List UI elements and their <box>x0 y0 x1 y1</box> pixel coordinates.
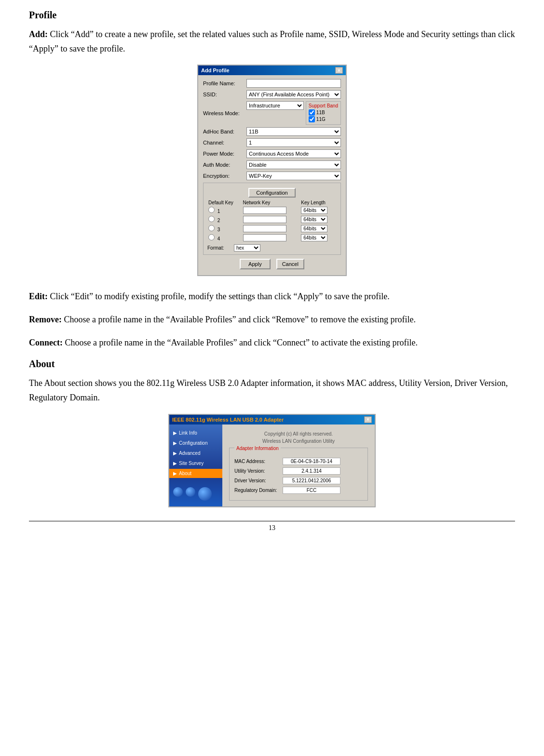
profile-heading: Profile <box>29 10 515 21</box>
channel-row: Channel: 1 <box>203 138 341 147</box>
power-mode-row: Power Mode: Continuous Access Mode <box>203 149 341 158</box>
advanced-icon: ▶ <box>173 451 177 456</box>
network-key-1[interactable] <box>243 207 286 214</box>
add-profile-titlebar: Add Profile × <box>198 66 346 75</box>
auth-mode-row: Auth Mode: Disable <box>203 160 341 169</box>
regulatory-domain-value: FCC <box>283 487 340 494</box>
wireless-mode-group: Infrastructure Support Band 11B 11G <box>246 101 341 125</box>
about-dialog: IEEE 802.11g Wireless LAN USB 2.0 Adapte… <box>168 414 376 507</box>
orb-2 <box>186 487 195 497</box>
col-key-length: Key Length <box>300 199 337 206</box>
about-dialog-title: IEEE 802.11g Wireless LAN USB 2.0 Adapte… <box>172 417 284 423</box>
edit-heading: Edit: <box>29 292 48 301</box>
config-button[interactable]: Configuration <box>248 188 295 198</box>
regulatory-domain-label: Regulatory Domain: <box>234 488 283 493</box>
add-profile-body: Profile Name: SSID: ANY (First Available… <box>198 75 346 275</box>
add-profile-close-btn[interactable]: × <box>335 67 343 74</box>
sidebar-item-label: About <box>179 471 191 476</box>
adhoc-band-select[interactable]: 11B <box>246 127 341 136</box>
table-row: 1 64bits <box>207 206 337 215</box>
format-select[interactable]: hex <box>234 244 260 252</box>
add-paragraph: Add: Click “Add” to create a new profile… <box>29 27 515 56</box>
remove-text-content: Choose a profile name in the “Available … <box>64 315 415 324</box>
ssid-row: SSID: ANY (First Available Access Point) <box>203 90 341 99</box>
wireless-mode-label: Wireless Mode: <box>203 110 246 116</box>
regulatory-domain-row: Regulatory Domain: FCC <box>234 487 363 494</box>
page-number: 13 <box>29 521 515 532</box>
profile-name-row: Profile Name: <box>203 79 341 88</box>
mac-address-value: 0E-04-C9-18-70-14 <box>283 458 340 465</box>
about-close-btn[interactable]: × <box>364 416 372 423</box>
driver-version-value: 5.1221.0412.2006 <box>283 477 340 484</box>
encryption-label: Encryption: <box>203 173 246 179</box>
band-11b-checkbox[interactable] <box>309 109 315 116</box>
utility-version-label: Utility Version: <box>234 468 283 474</box>
band-11b-label: 11B <box>316 110 325 115</box>
power-mode-select[interactable]: Continuous Access Mode <box>246 149 341 158</box>
connect-heading: Connect: <box>29 338 63 347</box>
profile-name-input[interactable] <box>246 79 341 88</box>
add-heading: Add: <box>29 29 48 39</box>
copyright-line1: Copyright (c) All rights reserved. <box>229 430 368 438</box>
sidebar-item-configuration[interactable]: ▶ Configuration <box>169 438 222 448</box>
about-main: Copyright (c) All rights reserved. Wirel… <box>222 424 375 506</box>
sidebar-item-sitesurvey[interactable]: ▶ Site Survey <box>169 459 222 468</box>
auth-mode-select[interactable]: Disable <box>246 160 341 169</box>
key-table: Default Key Network Key Key Length 1 64b… <box>207 199 337 242</box>
config-section: Configuration Default Key Network Key Ke… <box>203 183 341 255</box>
sidebar-item-linkinfo[interactable]: ▶ Link Info <box>169 428 222 438</box>
key-length-2[interactable]: 64bits <box>301 216 327 223</box>
orb-1 <box>173 487 183 497</box>
utility-version-row: Utility Version: 2.4.1.314 <box>234 467 363 475</box>
about-icon: ▶ <box>173 471 177 476</box>
about-sidebar: ▶ Link Info ▶ Configuration ▶ Advanced ▶… <box>169 424 222 506</box>
key-radio-2[interactable] <box>208 216 215 222</box>
wireless-mode-select[interactable]: Infrastructure <box>246 101 304 110</box>
add-profile-title: Add Profile <box>201 67 230 73</box>
key-length-1[interactable]: 64bits <box>301 207 327 214</box>
cancel-button[interactable]: Cancel <box>276 259 304 269</box>
table-row: 3 64bits <box>207 224 337 233</box>
format-row: Format: hex <box>207 244 337 252</box>
key-radio-3[interactable] <box>208 225 215 231</box>
adapter-info-box: Adapter Information MAC Address: 0E-04-C… <box>229 448 368 501</box>
remove-heading: Remove: <box>29 315 62 324</box>
config-icon: ▶ <box>173 440 177 446</box>
sidebar-item-label: Advanced <box>179 451 200 456</box>
channel-select[interactable]: 1 <box>246 138 341 147</box>
network-key-4[interactable] <box>243 234 286 241</box>
ssid-select[interactable]: ANY (First Available Access Point) <box>246 90 341 99</box>
add-text-content: Click “Add” to create a new profile, set… <box>29 29 515 53</box>
key-length-4[interactable]: 64bits <box>301 234 327 241</box>
edit-section: Edit: Click “Edit” to modify existing pr… <box>29 290 515 304</box>
band-11g-checkbox[interactable] <box>309 116 315 122</box>
about-dialog-container: IEEE 802.11g Wireless LAN USB 2.0 Adapte… <box>29 414 515 507</box>
network-key-2[interactable] <box>243 216 286 223</box>
adapter-info-title: Adapter Information <box>234 446 281 451</box>
connect-section: Connect: Choose a profile name in the “A… <box>29 336 515 350</box>
network-key-3[interactable] <box>243 225 286 232</box>
dialog-buttons: Apply Cancel <box>203 259 341 269</box>
encryption-select[interactable]: WEP-Key <box>246 172 341 180</box>
support-band-box: Support Band 11B 11G <box>306 101 341 125</box>
apply-button[interactable]: Apply <box>240 259 271 269</box>
about-section: The About section shows you the 802.11g … <box>29 376 515 405</box>
table-row: 4 64bits <box>207 233 337 242</box>
remove-section: Remove: Choose a profile name in the “Av… <box>29 313 515 327</box>
sidebar-item-about[interactable]: ▶ About <box>169 469 222 478</box>
remove-paragraph: Remove: Choose a profile name in the “Av… <box>29 313 515 327</box>
sidebar-item-label: Link Info <box>179 430 197 436</box>
power-mode-label: Power Mode: <box>203 151 246 157</box>
col-default-key: Default Key <box>207 199 242 206</box>
band-11g-label: 11G <box>316 117 326 122</box>
key-length-3[interactable]: 64bits <box>301 225 327 232</box>
utility-version-value: 2.4.1.314 <box>283 467 340 475</box>
sitesurvey-icon: ▶ <box>173 461 177 466</box>
sidebar-item-advanced[interactable]: ▶ Advanced <box>169 449 222 458</box>
about-copyright: Copyright (c) All rights reserved. Wirel… <box>229 430 368 445</box>
driver-version-row: Driver Version: 5.1221.0412.2006 <box>234 477 363 484</box>
key-radio-4[interactable] <box>208 234 215 240</box>
channel-label: Channel: <box>203 140 246 146</box>
key-radio-1[interactable] <box>208 207 215 213</box>
wireless-mode-row: Wireless Mode: Infrastructure Support Ba… <box>203 101 341 125</box>
